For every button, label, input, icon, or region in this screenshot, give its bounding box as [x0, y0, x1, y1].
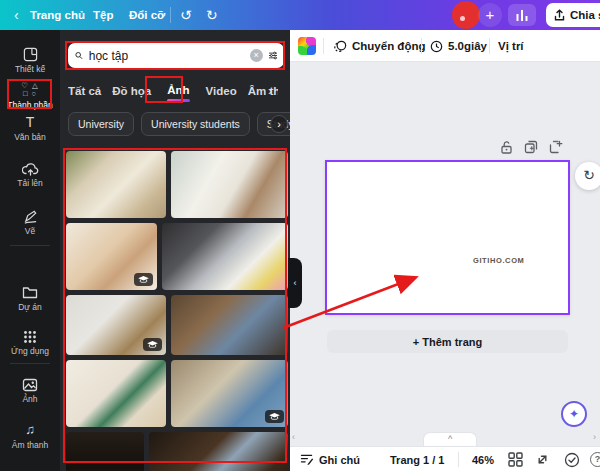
- page-indicator: Trang 1 / 1: [390, 447, 444, 471]
- photo-thumbnail-students-group-laptop[interactable]: [171, 295, 288, 355]
- redo-icon[interactable]: ↻: [206, 0, 218, 30]
- sidebar-item-elements[interactable]: ♡ △ □ ○ Thành phần: [0, 82, 60, 110]
- music-note-icon: ♫: [0, 422, 60, 438]
- clear-search-icon[interactable]: ×: [250, 49, 263, 62]
- bar-chart-icon: [515, 9, 529, 21]
- sidebar-item-audio[interactable]: ♫ Âm thanh: [0, 422, 60, 450]
- sidebar-item-label: Ảnh: [0, 394, 60, 404]
- add-page-icon[interactable]: [549, 140, 563, 154]
- panel-collapse-handle[interactable]: ‹: [288, 258, 302, 308]
- chip-university-students[interactable]: University students: [141, 112, 250, 136]
- sidebar-item-label: Dự án: [0, 302, 60, 312]
- photo-thumbnail-late-night-computer[interactable]: [149, 432, 288, 471]
- photo-thumbnail-dark-lamp-room[interactable]: [66, 432, 144, 471]
- sidebar-item-photos[interactable]: Ảnh: [0, 376, 60, 404]
- folder-icon: [0, 284, 60, 300]
- canvas-area: Chuyển động 5.0giây Vị trí GITIHO.COM ↻ …: [290, 30, 600, 471]
- sidebar-item-apps[interactable]: Ứng dụng: [0, 328, 60, 356]
- search-input[interactable]: [89, 49, 244, 63]
- fullscreen-button[interactable]: [536, 447, 549, 471]
- education-badge-icon: [134, 273, 153, 286]
- animate-button[interactable]: Chuyển động: [333, 30, 425, 62]
- motion-icon: [333, 40, 347, 53]
- chip-university[interactable]: University: [68, 112, 134, 136]
- photo-thumbnail-books-stack-figure[interactable]: [66, 295, 166, 355]
- share-button[interactable]: Chia sẻ: [546, 3, 600, 27]
- shapes-icon: ♡ △ □ ○: [0, 82, 60, 98]
- background-color-swatch[interactable]: [298, 37, 316, 55]
- education-badge-icon: [265, 410, 284, 423]
- tab-audio[interactable]: Âm thanh: [248, 85, 278, 97]
- menu-resize[interactable]: Đổi cỡ: [129, 0, 165, 30]
- hscroll-right-arrow[interactable]: ›: [593, 432, 596, 442]
- assistant-sparkle-button[interactable]: ✦: [561, 401, 587, 427]
- check-circle-icon: [564, 452, 580, 468]
- unlock-icon[interactable]: [500, 140, 513, 154]
- filter-sliders-icon[interactable]: [269, 49, 277, 62]
- sidebar-separator: [10, 363, 50, 364]
- duplicate-page-icon[interactable]: [524, 140, 538, 154]
- tab-all[interactable]: Tất cả: [68, 85, 101, 97]
- animate-label: Chuyển động: [352, 40, 425, 52]
- photo-thumbnail-laptop-analytics-charts[interactable]: [162, 223, 288, 290]
- sidebar-item-design[interactable]: Thiết kế: [0, 46, 60, 74]
- photo-thumbnail-open-books-writing[interactable]: [66, 360, 166, 427]
- search-box[interactable]: ×: [68, 43, 284, 68]
- menu-home[interactable]: Trang chủ: [30, 0, 85, 30]
- notes-label: Ghi chú: [319, 454, 360, 466]
- tab-graphics[interactable]: Đồ họa: [112, 85, 151, 97]
- back-chevron-icon[interactable]: ‹: [14, 0, 19, 30]
- photo-thumbnail-hand-writing-pen[interactable]: [66, 223, 157, 290]
- photo-results-grid: [66, 151, 288, 471]
- sidebar-item-text[interactable]: T Văn bản: [0, 114, 60, 142]
- page-actions: [500, 140, 563, 154]
- insights-button[interactable]: [508, 4, 536, 26]
- photo-thumbnail-desk-coffee-notebook[interactable]: [171, 151, 288, 218]
- sidebar-item-label: Thiết kế: [0, 64, 60, 74]
- pen-icon: [0, 208, 60, 224]
- saved-status-button[interactable]: [564, 447, 580, 471]
- topbar-divider: [170, 7, 171, 23]
- cloud-upload-icon: [0, 160, 60, 176]
- avatar-dot: [460, 16, 465, 21]
- photo-thumbnail-books-shelf-blue[interactable]: [171, 360, 288, 427]
- toolbar-divider: [421, 38, 422, 54]
- sidebar-item-uploads[interactable]: Tải lên: [0, 160, 60, 188]
- toolbar-divider: [323, 38, 324, 54]
- image-icon: [0, 376, 60, 392]
- hscroll-left-arrow[interactable]: ‹: [292, 432, 295, 442]
- notes-button[interactable]: Ghi chú: [300, 447, 360, 471]
- photo-thumbnail-studying-with-books[interactable]: [66, 151, 166, 218]
- duration-button[interactable]: 5.0giây: [430, 30, 487, 62]
- tab-videos[interactable]: Video: [206, 85, 237, 97]
- tabs-scroll-chevron-icon[interactable]: ›: [268, 83, 272, 98]
- statusbar-divider: [458, 452, 459, 467]
- sidebar-item-draw[interactable]: Vẽ: [0, 208, 60, 236]
- zoom-level[interactable]: 46%: [472, 447, 494, 471]
- position-button[interactable]: Vị trí: [498, 30, 524, 62]
- help-button[interactable]: ?: [590, 447, 600, 471]
- timeline-collapse-pill[interactable]: ^: [423, 432, 477, 447]
- grid-view-button[interactable]: [508, 447, 523, 471]
- recording-avatar[interactable]: [452, 1, 480, 29]
- design-icon: [0, 46, 60, 62]
- undo-icon[interactable]: ↺: [180, 0, 192, 30]
- design-page[interactable]: GITIHO.COM: [325, 160, 570, 315]
- watermark-text: GITIHO.COM: [473, 256, 524, 265]
- sidebar-item-label: Ứng dụng: [0, 346, 60, 356]
- clock-icon: [430, 40, 443, 53]
- shapes-row2: □ ○: [0, 90, 60, 98]
- chips-scroll-chevron-icon[interactable]: ›: [270, 115, 288, 133]
- add-page-button[interactable]: + Thêm trang: [327, 330, 568, 353]
- education-badge-icon: [143, 338, 162, 351]
- sidebar-item-projects[interactable]: Dự án: [0, 284, 60, 312]
- tab-photos[interactable]: Ảnh: [162, 81, 194, 102]
- share-label: Chia sẻ: [570, 9, 600, 21]
- regenerate-button[interactable]: ↻: [575, 162, 600, 190]
- elements-panel: × Tất cả Đồ họa Ảnh Video Âm thanh › Uni…: [60, 30, 290, 471]
- toolbar-divider: [489, 38, 490, 54]
- menu-file[interactable]: Tệp: [93, 0, 113, 30]
- sidebar-item-label: Âm thanh: [0, 440, 60, 450]
- add-member-button[interactable]: +: [478, 3, 502, 27]
- canva-editor: ‹ Trang chủ Tệp Đổi cỡ ↺ ↻ + Chia sẻ Thi…: [0, 0, 600, 471]
